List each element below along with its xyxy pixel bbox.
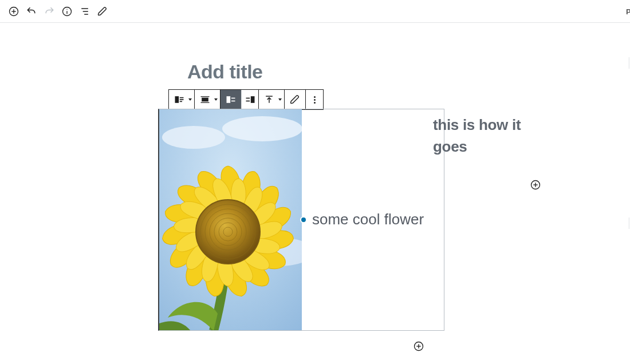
editor-top-toolbar	[0, 0, 630, 23]
more-options-button[interactable]	[306, 90, 323, 109]
change-alignment-button[interactable]	[195, 90, 220, 109]
pencil-icon	[97, 6, 108, 17]
sunflower-image-icon	[159, 109, 302, 330]
svg-rect-14	[201, 96, 210, 97]
media-image[interactable]	[159, 109, 302, 330]
caret-down-icon	[188, 98, 192, 101]
plus-circle-icon	[530, 179, 541, 191]
svg-rect-13	[202, 98, 208, 102]
tools-edit-button[interactable]	[94, 3, 111, 19]
svg-rect-20	[246, 98, 250, 99]
pencil-icon	[289, 94, 301, 105]
add-block-below-button[interactable]	[412, 340, 425, 353]
add-block-right-button[interactable]	[529, 179, 542, 191]
svg-rect-17	[231, 98, 235, 99]
media-right-button[interactable]	[241, 90, 258, 109]
plus-circle-icon	[8, 6, 19, 17]
media-right-icon	[245, 94, 256, 105]
svg-rect-18	[231, 101, 235, 102]
undo-button[interactable]	[23, 3, 40, 19]
edit-media-button[interactable]	[285, 90, 305, 109]
svg-rect-16	[227, 96, 231, 103]
svg-point-5	[66, 9, 67, 9]
svg-rect-21	[246, 101, 250, 102]
media-left-button[interactable]	[220, 90, 241, 109]
block-toolbar	[168, 89, 324, 110]
caret-down-icon	[214, 98, 218, 101]
media-text-content[interactable]: some cool flower	[302, 109, 444, 330]
redo-button	[41, 3, 57, 19]
editor-canvas: Add title	[0, 23, 630, 364]
undo-icon	[26, 6, 37, 17]
svg-rect-9	[175, 96, 179, 103]
svg-point-26	[222, 116, 302, 141]
media-text-icon	[174, 94, 185, 105]
block-navigation-button[interactable]	[77, 3, 93, 19]
plus-circle-icon	[413, 341, 424, 352]
media-text-paragraph[interactable]: some cool flower	[312, 208, 424, 232]
settings-panel-peek: P	[625, 0, 630, 23]
svg-rect-15	[201, 102, 210, 103]
svg-rect-19	[250, 96, 254, 103]
media-left-icon	[225, 94, 237, 105]
svg-rect-11	[180, 99, 184, 100]
outline-list-icon	[79, 6, 90, 17]
redo-icon	[44, 6, 55, 17]
add-block-button[interactable]	[6, 3, 22, 19]
content-structure-button[interactable]	[59, 3, 75, 19]
svg-point-25	[162, 126, 225, 149]
align-icon	[199, 94, 211, 105]
svg-rect-10	[180, 97, 184, 98]
svg-rect-12	[180, 101, 182, 102]
vertical-align-button[interactable]	[259, 90, 284, 109]
more-vertical-icon	[314, 96, 316, 104]
info-circle-icon	[61, 6, 73, 17]
caret-down-icon	[278, 98, 282, 101]
heading-block[interactable]: this is how it goes	[433, 114, 542, 157]
valign-top-icon	[263, 94, 275, 105]
change-block-type-button[interactable]	[169, 90, 194, 109]
post-title-input[interactable]: Add title	[187, 61, 262, 83]
column-two[interactable]: this is how it goes	[433, 114, 542, 157]
media-resize-handle[interactable]	[300, 216, 307, 223]
